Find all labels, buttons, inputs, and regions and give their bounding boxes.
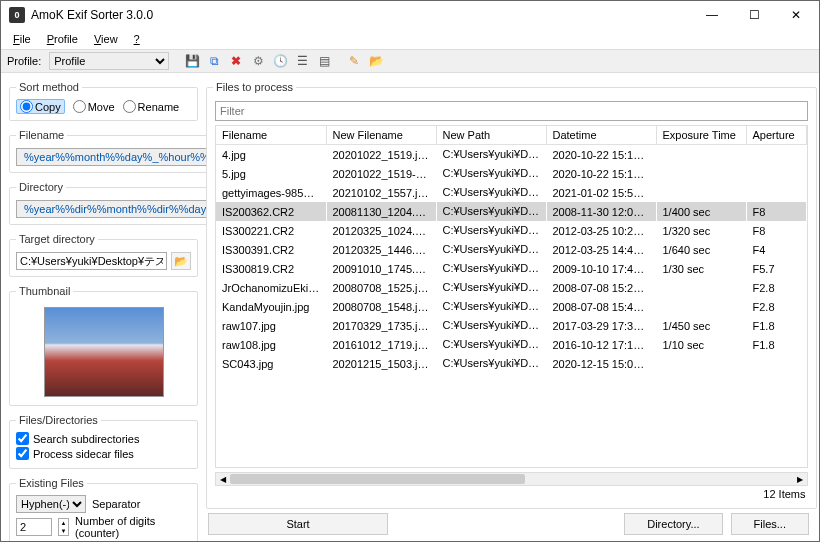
- separator-select[interactable]: Hyphen(-): [16, 495, 86, 513]
- start-button[interactable]: Start: [208, 513, 388, 535]
- table-cell: 2020-10-22 15:19:18: [546, 145, 656, 165]
- grid-icon[interactable]: ▤: [315, 52, 333, 70]
- filename-input[interactable]: %year%%month%%day%_%hour%%mi: [16, 148, 206, 166]
- table-cell: C:¥Users¥yuki¥Desktop¥テ...: [436, 221, 546, 240]
- table-cell: 20201215_1503.jpg: [326, 354, 436, 373]
- table-cell: [746, 183, 806, 202]
- target-browse-icon[interactable]: 📂: [171, 252, 191, 270]
- list-icon[interactable]: ☰: [293, 52, 311, 70]
- menu-file[interactable]: File: [5, 31, 39, 47]
- table-cell: IS300221.CR2: [216, 221, 326, 240]
- table-cell: SC043.jpg: [216, 354, 326, 373]
- maximize-button[interactable]: ☐: [733, 2, 775, 28]
- profile-toolbar: Profile: Profile 💾 ⧉ ✖ ⚙ 🕓 ☰ ▤ ✎ 📂: [1, 49, 819, 73]
- bottom-buttons: Start Directory... Files...: [206, 509, 811, 537]
- table-row[interactable]: 5.jpg20201022_1519-01.jpgC:¥Users¥yuki¥D…: [216, 164, 806, 183]
- table-cell: [656, 297, 746, 316]
- file-table[interactable]: FilenameNew FilenameNew PathDatetimeExpo…: [215, 125, 808, 468]
- files-legend: Files to process: [213, 81, 296, 93]
- clock-icon[interactable]: 🕓: [271, 52, 289, 70]
- folder-icon[interactable]: 📂: [367, 52, 385, 70]
- filename-group: Filename %year%%month%%day%_%hour%%mi 🏷: [9, 129, 206, 173]
- table-cell: 20081130_1204.CR2: [326, 202, 436, 221]
- right-pane: Files to process Filter FilenameNew File…: [206, 73, 819, 541]
- table-row[interactable]: raw108.jpg20161012_1719.jpgC:¥Users¥yuki…: [216, 335, 806, 354]
- column-header[interactable]: New Filename: [326, 126, 436, 145]
- directory-input[interactable]: %year%%dir%%month%%dir%%day%: [16, 200, 206, 218]
- table-cell: [656, 164, 746, 183]
- table-cell: 1/400 sec: [656, 202, 746, 221]
- directory-button[interactable]: Directory...: [624, 513, 722, 535]
- table-row[interactable]: KandaMyoujin.jpg20080708_1548.jpgC:¥User…: [216, 297, 806, 316]
- table-cell: IS200362.CR2: [216, 202, 326, 221]
- table-cell: 2008-07-08 15:25:46: [546, 278, 656, 297]
- table-cell: 2020-12-15 15:03:02: [546, 354, 656, 373]
- radio-copy[interactable]: Copy: [16, 99, 65, 114]
- table-row[interactable]: IS300221.CR220120325_1024.CR2C:¥Users¥yu…: [216, 221, 806, 240]
- scroll-thumb[interactable]: [230, 474, 525, 484]
- scroll-right-icon[interactable]: ▶: [793, 473, 807, 485]
- digits-spinner[interactable]: ▲▼: [58, 518, 69, 536]
- table-cell: 2008-11-30 12:04:37: [546, 202, 656, 221]
- table-cell: 5.jpg: [216, 164, 326, 183]
- table-cell: C:¥Users¥yuki¥Desktop¥テ...: [436, 145, 546, 165]
- files-group: Files to process Filter FilenameNew File…: [206, 81, 817, 509]
- table-cell: raw108.jpg: [216, 335, 326, 354]
- table-row[interactable]: IS300391.CR220120325_1446.CR2C:¥Users¥yu…: [216, 240, 806, 259]
- profile-select[interactable]: Profile: [49, 52, 169, 70]
- filter-input[interactable]: Filter: [215, 101, 808, 121]
- save-profile-icon[interactable]: 💾: [183, 52, 201, 70]
- table-cell: F4: [746, 240, 806, 259]
- radio-rename[interactable]: Rename: [123, 99, 180, 114]
- menu-help[interactable]: ?: [126, 31, 148, 47]
- column-header[interactable]: Datetime: [546, 126, 656, 145]
- column-header[interactable]: New Path: [436, 126, 546, 145]
- digits-input[interactable]: [16, 518, 52, 536]
- menu-profile[interactable]: Profile: [39, 31, 86, 47]
- table-row[interactable]: IS300819.CR220091010_1745.CR2C:¥Users¥yu…: [216, 259, 806, 278]
- radio-move[interactable]: Move: [73, 99, 115, 114]
- column-header[interactable]: Exposure Time: [656, 126, 746, 145]
- table-cell: F1.8: [746, 316, 806, 335]
- check-sidecar[interactable]: Process sidecar files: [16, 447, 191, 460]
- table-cell: 20120325_1446.CR2: [326, 240, 436, 259]
- save-as-icon[interactable]: ⧉: [205, 52, 223, 70]
- directory-group: Directory %year%%dir%%month%%dir%%day% 🏷: [9, 181, 206, 225]
- scroll-left-icon[interactable]: ◀: [216, 473, 230, 485]
- table-row[interactable]: JrOchanomizuEki.jpg20080708_1525.jpgC:¥U…: [216, 278, 806, 297]
- horizontal-scrollbar[interactable]: ◀ ▶: [215, 472, 808, 486]
- check-search-sub[interactable]: Search subdirectories: [16, 432, 191, 445]
- table-cell: C:¥Users¥yuki¥Desktop¥テ...: [436, 297, 546, 316]
- table-cell: C:¥Users¥yuki¥Desktop¥テ...: [436, 164, 546, 183]
- thumbnail-image: [44, 307, 164, 397]
- edit-icon[interactable]: ✎: [345, 52, 363, 70]
- target-input[interactable]: [16, 252, 167, 270]
- table-row[interactable]: gettyimages-985138674-61...20210102_1557…: [216, 183, 806, 202]
- files-dirs-legend: Files/Directories: [16, 414, 101, 426]
- table-cell: 2012-03-25 10:24:16: [546, 221, 656, 240]
- column-header[interactable]: Filename: [216, 126, 326, 145]
- delete-icon[interactable]: ✖: [227, 52, 245, 70]
- table-row[interactable]: IS200362.CR220081130_1204.CR2C:¥Users¥yu…: [216, 202, 806, 221]
- table-cell: 2020-10-22 15:19:20: [546, 164, 656, 183]
- table-cell: 20161012_1719.jpg: [326, 335, 436, 354]
- table-cell: C:¥Users¥yuki¥Desktop¥テ...: [436, 335, 546, 354]
- table-cell: C:¥Users¥yuki¥Desktop¥テ...: [436, 240, 546, 259]
- close-button[interactable]: ✕: [775, 2, 817, 28]
- table-row[interactable]: SC043.jpg20201215_1503.jpgC:¥Users¥yuki¥…: [216, 354, 806, 373]
- files-button[interactable]: Files...: [731, 513, 809, 535]
- table-row[interactable]: 4.jpg20201022_1519.jpgC:¥Users¥yuki¥Desk…: [216, 145, 806, 165]
- table-cell: 2012-03-25 14:46:47: [546, 240, 656, 259]
- menubar: File Profile View ?: [1, 29, 819, 49]
- menu-view[interactable]: View: [86, 31, 126, 47]
- table-row[interactable]: raw107.jpg20170329_1735.jpgC:¥Users¥yuki…: [216, 316, 806, 335]
- table-cell: IS300391.CR2: [216, 240, 326, 259]
- table-cell: F1.8: [746, 335, 806, 354]
- settings-icon[interactable]: ⚙: [249, 52, 267, 70]
- separator-label: Separator: [92, 498, 140, 510]
- item-count: 12 Items: [217, 488, 806, 500]
- table-cell: 1/450 sec: [656, 316, 746, 335]
- column-header[interactable]: Aperture: [746, 126, 806, 145]
- minimize-button[interactable]: —: [691, 2, 733, 28]
- left-pane: Sort method Copy Move Rename Filename %y…: [1, 73, 206, 541]
